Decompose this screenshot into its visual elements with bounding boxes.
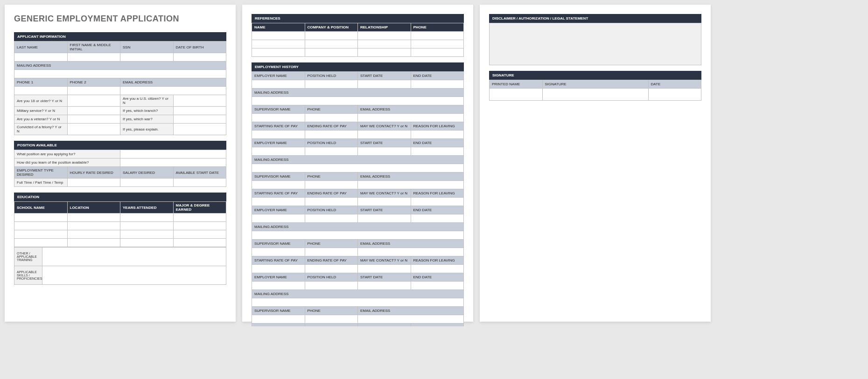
input-employer[interactable]	[252, 80, 305, 89]
input-hist-email[interactable]	[358, 248, 464, 256]
ref-row[interactable]	[305, 32, 358, 40]
input-position[interactable]	[305, 80, 358, 89]
input-apply[interactable]	[120, 150, 226, 158]
input-end[interactable]	[411, 147, 464, 156]
input-hist-phone[interactable]	[305, 315, 358, 324]
edu-row[interactable]	[120, 222, 174, 230]
edu-row[interactable]	[14, 214, 68, 222]
input-signature[interactable]	[542, 89, 648, 101]
input-position[interactable]	[305, 214, 358, 223]
input-reason[interactable]	[411, 265, 464, 273]
edu-row[interactable]	[173, 214, 226, 222]
input-reason[interactable]	[411, 198, 464, 206]
input-military[interactable]	[67, 107, 120, 115]
ref-row[interactable]	[305, 48, 358, 57]
input-hist-email[interactable]	[358, 181, 464, 189]
input-hist-mailing[interactable]	[252, 231, 464, 240]
ref-row[interactable]	[411, 40, 464, 48]
edu-row[interactable]	[14, 230, 68, 239]
input-phone1[interactable]	[14, 87, 68, 95]
edu-row[interactable]	[120, 230, 174, 239]
input-end-pay[interactable]	[305, 198, 358, 206]
input-contact[interactable]	[358, 131, 411, 139]
input-felony[interactable]	[67, 124, 120, 135]
input-supervisor[interactable]	[252, 315, 305, 324]
ref-row[interactable]	[305, 40, 358, 48]
ref-row[interactable]	[358, 48, 411, 57]
input-rate[interactable]	[67, 179, 120, 187]
input-start[interactable]	[358, 214, 411, 223]
input-supervisor[interactable]	[252, 181, 305, 189]
input-citizen[interactable]	[173, 95, 226, 107]
input-hist-mailing[interactable]	[252, 97, 464, 105]
edu-row[interactable]	[14, 239, 68, 247]
input-start[interactable]	[358, 282, 411, 290]
input-hist-email[interactable]	[358, 114, 464, 122]
input-employer[interactable]	[252, 147, 305, 156]
input-phone2[interactable]	[67, 87, 120, 95]
edu-row[interactable]	[173, 239, 226, 247]
input-veteran[interactable]	[67, 115, 120, 124]
input-end[interactable]	[411, 80, 464, 89]
input-employer[interactable]	[252, 282, 305, 290]
ref-row[interactable]	[411, 32, 464, 40]
input-war[interactable]	[173, 115, 226, 124]
input-hist-phone[interactable]	[305, 114, 358, 122]
input-end-pay[interactable]	[305, 131, 358, 139]
input-start[interactable]	[173, 179, 226, 187]
edu-row[interactable]	[67, 230, 120, 239]
input-contact[interactable]	[358, 198, 411, 206]
edu-row[interactable]	[67, 239, 120, 247]
input-mailing[interactable]	[14, 70, 226, 78]
input-18[interactable]	[67, 95, 120, 107]
input-position[interactable]	[305, 282, 358, 290]
input-explain[interactable]	[173, 124, 226, 135]
input-start-pay[interactable]	[252, 131, 305, 139]
input-branch[interactable]	[173, 107, 226, 115]
input-learn[interactable]	[120, 158, 226, 167]
edu-row[interactable]	[67, 222, 120, 230]
ref-row[interactable]	[252, 32, 305, 40]
ref-row[interactable]	[358, 32, 411, 40]
input-end[interactable]	[411, 214, 464, 223]
input-first-name[interactable]	[67, 53, 120, 62]
input-salary[interactable]	[120, 179, 174, 187]
input-reason[interactable]	[411, 131, 464, 139]
ref-row[interactable]	[358, 40, 411, 48]
ref-row[interactable]	[411, 48, 464, 57]
input-ssn[interactable]	[120, 53, 174, 62]
edu-row[interactable]	[67, 214, 120, 222]
edu-row[interactable]	[14, 222, 68, 230]
edu-row[interactable]	[120, 214, 174, 222]
edu-row[interactable]	[120, 239, 174, 247]
ref-row[interactable]	[252, 40, 305, 48]
input-hist-phone[interactable]	[305, 248, 358, 256]
disclaimer-body[interactable]	[490, 23, 701, 65]
input-hist-phone[interactable]	[305, 181, 358, 189]
input-hist-mailing[interactable]	[252, 298, 464, 307]
input-start-pay[interactable]	[252, 265, 305, 273]
input-position[interactable]	[305, 147, 358, 156]
input-dob[interactable]	[173, 53, 226, 62]
edu-row[interactable]	[173, 222, 226, 230]
input-last-name[interactable]	[14, 53, 68, 62]
input-supervisor[interactable]	[252, 248, 305, 256]
input-hist-email[interactable]	[358, 315, 464, 324]
input-contact[interactable]	[358, 265, 411, 273]
label-end-date: END DATE	[411, 206, 464, 214]
input-end-pay[interactable]	[305, 265, 358, 273]
input-printed-name[interactable]	[490, 89, 543, 101]
input-supervisor[interactable]	[252, 114, 305, 122]
edu-row[interactable]	[173, 230, 226, 239]
input-start[interactable]	[358, 80, 411, 89]
ref-row[interactable]	[252, 48, 305, 57]
input-start-pay[interactable]	[252, 198, 305, 206]
input-start[interactable]	[358, 147, 411, 156]
input-other-training[interactable]	[42, 248, 226, 266]
input-skills[interactable]	[42, 266, 226, 285]
input-email[interactable]	[120, 87, 226, 95]
input-employer[interactable]	[252, 214, 305, 223]
input-end[interactable]	[411, 282, 464, 290]
input-hist-mailing[interactable]	[252, 164, 464, 172]
input-date[interactable]	[648, 89, 701, 101]
